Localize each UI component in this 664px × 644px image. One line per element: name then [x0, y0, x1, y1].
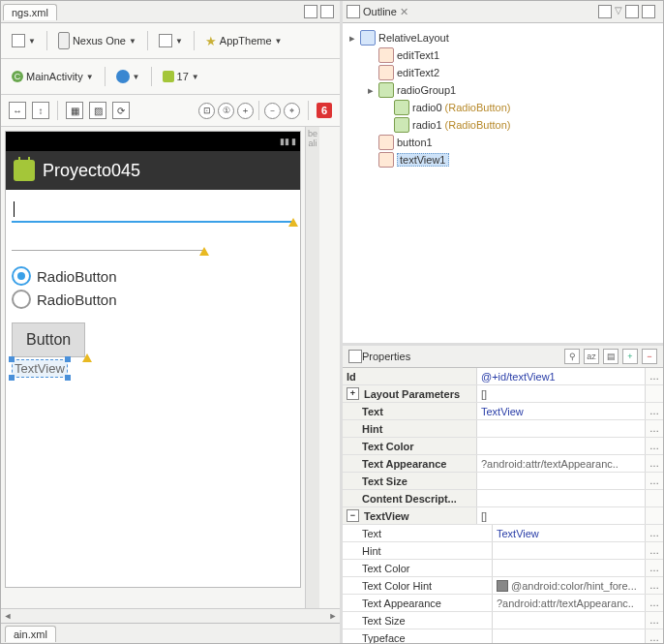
collapse-icon[interactable]: − — [347, 509, 359, 522]
phone-canvas[interactable]: ▮▮▮ Proyecto045 RadioButton RadioButton — [5, 131, 301, 588]
tree-textview1[interactable]: · textView1 — [347, 151, 659, 169]
prop-more-button[interactable]: … — [645, 542, 663, 559]
radio1-preview[interactable]: RadioButton — [12, 290, 294, 309]
sort-icon[interactable]: az — [584, 349, 599, 364]
prop-more-button[interactable]: … — [645, 368, 663, 384]
edittext2-preview[interactable] — [12, 232, 205, 251]
tree-edittext1[interactable]: · editText1 — [347, 46, 659, 64]
prop-name[interactable]: +Layout Parameters — [343, 385, 477, 402]
chevron-down-icon: ▼ — [175, 37, 183, 46]
prop-value[interactable]: [] — [477, 385, 645, 402]
prop-value[interactable] — [493, 612, 645, 629]
radio1-label: RadioButton — [37, 291, 117, 308]
palette-strip[interactable]: be ali — [305, 127, 319, 608]
tree-root[interactable]: ▸ RelativeLayout — [347, 29, 659, 46]
toggle-structure-icon[interactable]: ▨ — [89, 102, 106, 119]
prop-more-button[interactable]: … — [645, 455, 663, 472]
toggle-grid-icon[interactable]: ▦ — [66, 102, 83, 119]
prop-more-button[interactable]: … — [645, 595, 663, 611]
prop-value[interactable]: ?android:attr/textAppearanc.. — [493, 595, 645, 611]
align-vert-icon[interactable]: ↕ — [32, 102, 49, 119]
prop-name: Id — [343, 368, 477, 384]
prop-name[interactable]: −TextView — [343, 507, 477, 524]
maximize-icon[interactable] — [642, 5, 655, 18]
config-dropdown[interactable]: ▼ — [7, 31, 41, 50]
dropdown-icon[interactable]: ▽ — [615, 5, 622, 18]
tree-radio0[interactable]: · radio0 (RadioButton) — [347, 99, 659, 116]
scroll-right-icon[interactable]: ► — [326, 611, 340, 621]
tab-ngs-xml[interactable]: ngs.xml — [3, 4, 57, 20]
device-selector[interactable]: Nexus One▼ — [53, 29, 141, 52]
filter-icon[interactable]: ⚲ — [564, 349, 580, 364]
chevron-down-icon: ▼ — [192, 73, 199, 81]
outline-tree[interactable]: ▸ RelativeLayout · editText1 · editText2… — [343, 23, 663, 343]
prop-value[interactable] — [493, 560, 645, 576]
prop-value[interactable]: TextView — [477, 403, 645, 419]
prop-name: Text Appearance — [343, 455, 477, 472]
config-icon — [12, 34, 25, 47]
tab-ain-xml[interactable]: ain.xml — [5, 626, 56, 642]
prop-more-button[interactable]: … — [645, 612, 663, 629]
zoom-reset-icon[interactable]: ⌖ — [284, 103, 300, 119]
prop-more-button[interactable]: … — [645, 438, 663, 454]
api-selector[interactable]: 17▼ — [158, 68, 204, 85]
locale-selector[interactable]: ▼ — [111, 67, 145, 86]
orientation-toggle[interactable]: ▼ — [154, 31, 188, 50]
expand-icon[interactable]: + — [347, 387, 359, 400]
error-badge[interactable]: 6 — [317, 103, 332, 118]
prop-value[interactable]: @+id/textView1 — [477, 368, 645, 384]
activity-selector[interactable]: CMainActivity▼ — [7, 68, 99, 85]
prop-value[interactable] — [477, 420, 645, 437]
collapse-icon[interactable]: ▸ — [365, 85, 376, 96]
close-icon[interactable]: ✕ — [400, 6, 408, 18]
button1-label: Button — [26, 331, 71, 348]
textview1-preview[interactable]: TextView — [12, 359, 68, 378]
prop-value[interactable] — [477, 438, 645, 454]
prop-more-button[interactable]: … — [645, 420, 663, 437]
tree-edittext2[interactable]: · editText2 — [347, 64, 659, 81]
prop-value[interactable] — [493, 629, 645, 643]
add-icon[interactable]: + — [622, 349, 638, 364]
radio0-preview[interactable]: RadioButton — [12, 266, 294, 286]
prop-more-button[interactable]: … — [645, 525, 663, 541]
tree-radiogroup[interactable]: ▸ radioGroup1 — [347, 81, 659, 99]
prop-more-button[interactable]: … — [645, 629, 663, 643]
prop-more-button[interactable]: … — [645, 473, 663, 489]
tree-button1[interactable]: · button1 — [347, 134, 659, 151]
theme-selector[interactable]: ★AppTheme▼ — [200, 31, 287, 51]
prop-value[interactable]: ?android:attr/textAppearanc.. — [477, 455, 645, 472]
minimize-icon[interactable] — [625, 5, 639, 18]
zoom-in-icon[interactable]: ＋ — [237, 103, 254, 119]
properties-title: Properties — [362, 351, 410, 362]
zoom-fit-icon[interactable]: ⊡ — [198, 103, 215, 119]
scroll-left-icon[interactable]: ◄ — [1, 611, 15, 621]
properties-table[interactable]: Id@+id/textView1… +Layout Parameters[] T… — [343, 368, 663, 643]
design-preview: ▮▮▮ Proyecto045 RadioButton RadioButton — [1, 127, 340, 608]
prop-value[interactable]: @android:color/hint_fore... — [493, 577, 645, 594]
zoom-100-icon[interactable]: ① — [218, 103, 234, 119]
collapse-icon[interactable]: ▸ — [347, 33, 357, 44]
horizontal-scrollbar[interactable]: ◄ ► — [1, 608, 340, 623]
prop-value[interactable]: [] — [477, 507, 645, 524]
zoom-out-icon[interactable]: － — [264, 103, 281, 119]
radiobutton-icon — [394, 100, 409, 115]
layout-icon — [360, 30, 376, 46]
tree-radio1[interactable]: · radio1 (RadioButton) — [347, 116, 659, 134]
prop-value[interactable] — [477, 490, 645, 506]
properties-pane: Properties ⚲ az ▤ + − Id@+id/textView1… … — [343, 343, 663, 643]
prop-value[interactable] — [477, 473, 645, 489]
view-menu-icon[interactable] — [598, 5, 612, 18]
align-horiz-icon[interactable]: ↔ — [9, 102, 26, 119]
minimize-icon[interactable] — [304, 5, 317, 18]
refresh-icon[interactable]: ⟳ — [112, 102, 130, 119]
prop-value[interactable] — [493, 542, 645, 559]
categories-icon[interactable]: ▤ — [603, 349, 619, 364]
edittext1-preview[interactable] — [12, 199, 294, 223]
remove-icon[interactable]: − — [642, 349, 657, 364]
prop-more-button[interactable]: … — [645, 560, 663, 576]
prop-more-button[interactable]: … — [645, 403, 663, 419]
button1-preview[interactable]: Button — [12, 322, 85, 357]
prop-value[interactable]: TextView — [493, 525, 645, 541]
prop-more-button[interactable]: … — [645, 577, 663, 594]
maximize-icon[interactable] — [320, 5, 334, 18]
